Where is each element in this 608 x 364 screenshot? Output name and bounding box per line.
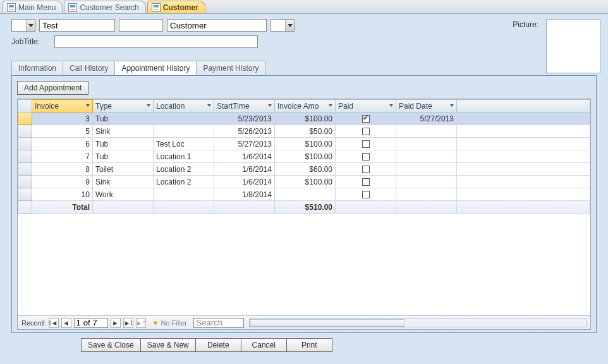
table-cell[interactable]: 5/27/2013: [214, 138, 275, 150]
suffix-dropdown[interactable]: [271, 19, 295, 32]
table-cell[interactable]: Location 2: [154, 163, 214, 176]
table-cell[interactable]: 1/6/2014: [214, 176, 275, 188]
table-cell[interactable]: [275, 188, 336, 201]
sub-tab-call-history[interactable]: Call History: [63, 61, 115, 75]
sub-tab-appointment-history[interactable]: Appointment History: [114, 61, 197, 75]
paid-checkbox[interactable]: [362, 178, 370, 186]
print-button[interactable]: Print: [287, 338, 332, 352]
add-appointment-button[interactable]: Add Appointment: [17, 81, 88, 95]
table-cell[interactable]: [336, 112, 396, 125]
table-cell[interactable]: [154, 188, 214, 201]
table-cell[interactable]: Toilet: [93, 163, 154, 176]
table-cell[interactable]: [396, 138, 457, 150]
table-cell[interactable]: [336, 163, 396, 176]
prefix-dropdown[interactable]: [11, 19, 35, 32]
nav-new-button[interactable]: ►*: [136, 318, 146, 328]
paid-checkbox[interactable]: [362, 166, 370, 173]
table-cell[interactable]: Sink: [93, 176, 154, 188]
paid-checkbox[interactable]: [362, 191, 370, 198]
table-cell[interactable]: $100.00: [275, 176, 336, 188]
table-cell[interactable]: [396, 176, 457, 188]
cancel-button[interactable]: Cancel: [241, 338, 287, 352]
table-cell[interactable]: [396, 150, 457, 163]
table-cell[interactable]: Work: [93, 188, 154, 201]
column-header-invoice-amo[interactable]: Invoice Amo: [275, 100, 336, 112]
row-selector[interactable]: [18, 150, 32, 163]
column-header-location[interactable]: Location: [154, 100, 214, 112]
table-row[interactable]: 5Sink5/26/2013$50.00: [18, 125, 590, 138]
paid-checkbox[interactable]: [362, 128, 370, 135]
jobtitle-field[interactable]: [54, 35, 258, 48]
table-cell[interactable]: Test Loc: [154, 138, 214, 150]
table-cell[interactable]: [396, 125, 457, 138]
top-tab-customer-search[interactable]: Customer Search: [64, 1, 145, 13]
table-cell[interactable]: [336, 188, 396, 201]
table-cell[interactable]: 3: [32, 112, 93, 125]
save-new-button[interactable]: Save & New: [141, 338, 196, 352]
table-cell[interactable]: Tub: [93, 112, 154, 125]
table-cell[interactable]: $50.00: [275, 125, 336, 138]
nav-next-button[interactable]: ►: [111, 318, 121, 328]
row-selector[interactable]: [18, 176, 32, 188]
table-row[interactable]: 8ToiletLocation 21/6/2014$60.00: [18, 163, 590, 176]
table-cell[interactable]: 1/6/2014: [214, 163, 275, 176]
table-cell[interactable]: [154, 112, 214, 125]
table-cell[interactable]: 6: [32, 138, 93, 150]
table-cell[interactable]: 5/26/2013: [214, 125, 275, 138]
table-cell[interactable]: 8: [32, 163, 93, 176]
row-selector[interactable]: [18, 188, 32, 201]
table-row[interactable]: 10Work1/8/2014: [18, 188, 590, 201]
column-header-invoice[interactable]: Invoice: [32, 100, 93, 112]
table-cell[interactable]: [154, 125, 214, 138]
nav-first-button[interactable]: I◄: [49, 318, 59, 328]
last-name-field[interactable]: [167, 19, 267, 32]
middle-name-field[interactable]: [119, 19, 163, 32]
table-cell[interactable]: 5/23/2013: [214, 112, 275, 125]
no-filter-indicator[interactable]: ▼ No Filter: [152, 319, 187, 327]
table-cell[interactable]: 9: [32, 176, 93, 188]
sub-tab-information[interactable]: Information: [11, 61, 63, 75]
table-cell[interactable]: [336, 138, 396, 150]
table-cell[interactable]: 7: [32, 150, 93, 163]
table-cell[interactable]: 1/8/2014: [214, 188, 275, 201]
table-cell[interactable]: Tub: [93, 138, 154, 150]
table-cell[interactable]: Sink: [93, 125, 154, 138]
nav-position-box[interactable]: [74, 318, 108, 328]
top-tab-main-menu[interactable]: Main Menu: [3, 1, 63, 13]
horizontal-scrollbar[interactable]: [249, 318, 587, 327]
table-cell[interactable]: Location 1: [154, 150, 214, 163]
sub-tab-payment-history[interactable]: Payment History: [196, 61, 265, 75]
table-row[interactable]: 6TubTest Loc5/27/2013$100.00: [18, 138, 590, 150]
nav-prev-button[interactable]: ◄: [61, 318, 71, 328]
table-cell[interactable]: [336, 150, 396, 163]
table-cell[interactable]: $100.00: [275, 112, 336, 125]
paid-checkbox[interactable]: [362, 153, 370, 161]
table-cell[interactable]: $100.00: [275, 138, 336, 150]
row-selector[interactable]: [18, 125, 32, 138]
table-cell[interactable]: [336, 125, 396, 138]
table-cell[interactable]: 5/27/2013: [396, 112, 457, 125]
paid-checkbox[interactable]: [362, 115, 370, 123]
table-cell[interactable]: Location 2: [154, 176, 214, 188]
table-row[interactable]: 9SinkLocation 21/6/2014$100.00: [18, 176, 590, 188]
column-header-starttime[interactable]: StartTime: [214, 100, 275, 112]
table-row[interactable]: 3Tub5/23/2013$100.005/27/2013: [18, 112, 590, 125]
table-cell[interactable]: 10: [32, 188, 93, 201]
table-cell[interactable]: 5: [32, 125, 93, 138]
top-tab-customer[interactable]: Customer: [147, 1, 205, 13]
table-cell[interactable]: $100.00: [275, 150, 336, 163]
table-row[interactable]: 7TubLocation 11/6/2014$100.00: [18, 150, 590, 163]
row-selector[interactable]: [18, 112, 32, 125]
table-cell[interactable]: $60.00: [275, 163, 336, 176]
column-header-paid-date[interactable]: Paid Date: [396, 100, 457, 112]
table-cell[interactable]: Tub: [93, 150, 154, 163]
first-name-field[interactable]: [39, 19, 115, 32]
paid-checkbox[interactable]: [362, 140, 370, 148]
select-all-corner[interactable]: [18, 100, 32, 112]
row-selector[interactable]: [18, 138, 32, 150]
table-cell[interactable]: [396, 188, 457, 201]
column-header-type[interactable]: Type: [93, 100, 154, 112]
table-cell[interactable]: 1/6/2014: [214, 150, 275, 163]
save-close-button[interactable]: Save & Close: [81, 338, 141, 352]
nav-last-button[interactable]: ►I: [123, 318, 133, 328]
